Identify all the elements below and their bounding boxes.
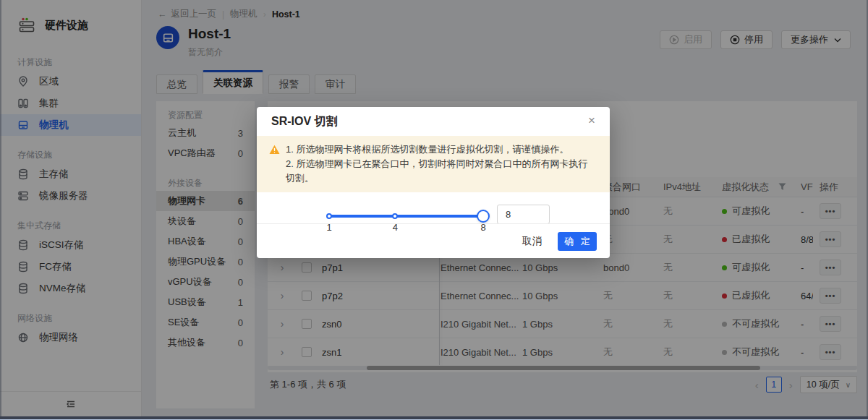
close-icon[interactable]: × bbox=[584, 113, 600, 129]
confirm-button[interactable]: 确 定 bbox=[558, 232, 597, 251]
warning-alert: 1. 所选物理网卡将根据所选切割数量进行虚拟化切割，请谨慎操作。 2. 所选物理… bbox=[257, 136, 610, 192]
slider-mark-dot bbox=[326, 213, 332, 219]
dialog-title: SR-IOV 切割 bbox=[271, 114, 338, 129]
sriov-split-dialog: SR-IOV 切割 × 1. 所选物理网卡将根据所选切割数量进行虚拟化切割，请谨… bbox=[257, 107, 610, 258]
window-bottom-edge bbox=[0, 416, 868, 420]
alert-line: 2. 所选物理网卡已在聚合口中，切割时将同时对聚合口中的所有网卡执行切割。 bbox=[286, 157, 597, 186]
slider-mark-dot bbox=[392, 213, 398, 219]
cancel-button[interactable]: 取消 bbox=[522, 235, 542, 248]
warning-triangle-icon bbox=[269, 145, 280, 155]
split-count-input[interactable] bbox=[497, 205, 550, 224]
alert-line: 1. 所选物理网卡将根据所选切割数量进行虚拟化切割，请谨慎操作。 bbox=[286, 142, 597, 157]
split-count-slider[interactable] bbox=[329, 215, 483, 218]
slider-handle[interactable] bbox=[477, 210, 490, 223]
